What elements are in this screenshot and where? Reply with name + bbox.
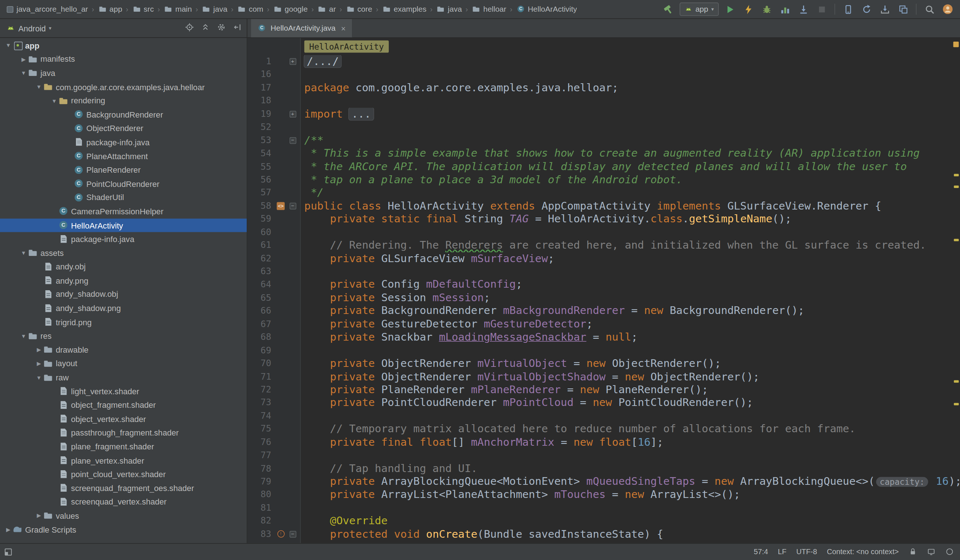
tree-item-res[interactable]: ▼res: [0, 329, 247, 343]
sdk-manager-icon[interactable]: [877, 2, 892, 16]
file-encoding[interactable]: UTF-8: [796, 547, 817, 556]
collapsed-arrow-icon[interactable]: ▶: [4, 527, 13, 533]
code-line-63[interactable]: 63: [248, 265, 960, 278]
tree-item-CameraPermissionHelper[interactable]: CameraPermissionHelper: [0, 205, 247, 218]
line-number[interactable]: 70: [248, 357, 275, 370]
tree-item-plane_vertex.shader[interactable]: plane_vertex.shader: [0, 454, 247, 468]
warning-mark[interactable]: [954, 239, 958, 242]
tree-item-andy_shadow.png[interactable]: andy_shadow.png: [0, 302, 247, 315]
line-number[interactable]: 82: [248, 514, 275, 528]
code-line-19[interactable]: 19+import ...: [248, 108, 960, 121]
line-number[interactable]: 72: [248, 383, 275, 397]
line-number[interactable]: 69: [248, 344, 275, 357]
expanded-arrow-icon[interactable]: ▼: [34, 374, 43, 381]
line-number[interactable]: 79: [248, 475, 275, 488]
tree-item-PointCloudRenderer[interactable]: PointCloudRenderer: [0, 177, 247, 191]
tree-item-object_vertex.shader[interactable]: object_vertex.shader: [0, 412, 247, 426]
code-line-68[interactable]: 68 private Snackbar mLoadingMessageSnack…: [248, 331, 960, 344]
warning-mark[interactable]: [954, 380, 958, 382]
settings-gear-icon[interactable]: [217, 22, 226, 34]
line-number[interactable]: 64: [248, 278, 275, 291]
tree-item-plane_fragment.shader[interactable]: plane_fragment.shader: [0, 440, 247, 454]
breadcrumb-main[interactable]: main: [163, 4, 192, 14]
code-line-55[interactable]: 55 * the ARCore API. The application wil…: [248, 160, 960, 173]
expanded-arrow-icon[interactable]: ▼: [50, 98, 59, 104]
code-line-74[interactable]: 74: [248, 410, 960, 423]
lock-icon[interactable]: [909, 547, 917, 556]
code-line-82[interactable]: 82 @Override: [248, 514, 960, 528]
code-line-71[interactable]: 71 private ObjectRenderer mVirtualObject…: [248, 370, 960, 383]
line-number[interactable]: 19: [248, 108, 275, 121]
code-line-66[interactable]: 66 private BackgroundRenderer mBackgroun…: [248, 304, 960, 318]
line-number[interactable]: 17: [248, 82, 275, 94]
run-configuration-select[interactable]: app ▾: [680, 3, 719, 16]
code-line-79[interactable]: 79 private ArrayBlockingQueue<MotionEven…: [248, 475, 960, 488]
fold-marker[interactable]: −: [290, 203, 296, 209]
fold-marker[interactable]: −: [290, 531, 296, 538]
tree-item-app[interactable]: ▼app: [0, 39, 247, 53]
build-hammer-icon[interactable]: [661, 2, 676, 16]
breadcrumb-app[interactable]: app: [98, 4, 122, 14]
tree-item-andy.png[interactable]: andy.png: [0, 274, 247, 288]
line-number[interactable]: 58: [248, 199, 275, 213]
line-number[interactable]: 61: [248, 239, 275, 252]
breadcrumb-java[interactable]: java: [436, 4, 462, 14]
line-number[interactable]: 66: [248, 304, 275, 318]
inspection-indicator[interactable]: [954, 42, 959, 47]
expanded-arrow-icon[interactable]: ▼: [34, 84, 43, 90]
code-line-17[interactable]: 17package com.google.ar.core.examples.ja…: [248, 82, 960, 94]
user-avatar[interactable]: [940, 2, 955, 16]
code-line-65[interactable]: 65 private Session mSession;: [248, 291, 960, 304]
expanded-arrow-icon[interactable]: ▼: [19, 333, 28, 339]
code-line-56[interactable]: 56 * tap on a plane to place a 3d model …: [248, 173, 960, 187]
line-number[interactable]: 77: [248, 449, 275, 462]
code-line-57[interactable]: 57 */: [248, 187, 960, 200]
line-number[interactable]: 83: [248, 528, 275, 541]
tree-item-values[interactable]: ▶values: [0, 509, 247, 523]
code-line-16[interactable]: 16: [248, 68, 960, 82]
line-number[interactable]: 81: [248, 501, 275, 514]
code-line-75[interactable]: 75 // Temporary matrix allocated here to…: [248, 423, 960, 436]
tree-item-package-info.java[interactable]: package-info.java: [0, 136, 247, 149]
line-number[interactable]: 74: [248, 410, 275, 423]
attach-debugger-icon[interactable]: [796, 2, 810, 16]
collapse-all-icon[interactable]: [201, 22, 210, 34]
line-number[interactable]: 55: [248, 160, 275, 173]
tree-item-java[interactable]: ▼java: [0, 66, 247, 80]
tree-item-ShaderUtil[interactable]: ShaderUtil: [0, 191, 247, 205]
code-line-58[interactable]: 58<>−public class HelloArActivity extend…: [248, 199, 960, 213]
line-number[interactable]: 54: [248, 147, 275, 160]
tree-item-andy_shadow.obj[interactable]: andy_shadow.obj: [0, 288, 247, 302]
tree-item-object_fragment.shader[interactable]: object_fragment.shader: [0, 398, 247, 412]
debug-icon[interactable]: [759, 2, 774, 16]
code-line-83[interactable]: 83↑− protected void onCreate(Bundle save…: [248, 528, 960, 541]
line-number[interactable]: 71: [248, 370, 275, 383]
class-gutter-icon[interactable]: <>: [277, 202, 285, 210]
breadcrumb-java[interactable]: java: [202, 4, 227, 14]
tab-close-icon[interactable]: ×: [341, 24, 346, 33]
tree-item-ObjectRenderer[interactable]: ObjectRenderer: [0, 122, 247, 136]
collapsed-arrow-icon[interactable]: ▶: [34, 361, 43, 367]
tree-item-PlaneRenderer[interactable]: PlaneRenderer: [0, 163, 247, 177]
code-line-53[interactable]: 53−/**: [248, 134, 960, 147]
code-line-76[interactable]: 76 private final float[] mAnchorMatrix =…: [248, 436, 960, 449]
tree-item-drawable[interactable]: ▶drawable: [0, 343, 247, 357]
tree-item-trigrid.png[interactable]: trigrid.png: [0, 315, 247, 329]
project-view-selector[interactable]: Android ▾: [6, 24, 51, 33]
tree-item-assets[interactable]: ▼assets: [0, 246, 247, 260]
warning-mark[interactable]: [954, 403, 958, 406]
code-line-70[interactable]: 70 private ObjectRenderer mVirtualObject…: [248, 357, 960, 370]
code-line-67[interactable]: 67 private GestureDetector mGestureDetec…: [248, 318, 960, 331]
breadcrumb-examples[interactable]: examples: [382, 4, 427, 14]
fold-marker[interactable]: +: [290, 111, 296, 118]
error-stripe[interactable]: [952, 38, 960, 543]
breadcrumb-ar[interactable]: ar: [318, 4, 336, 14]
collapsed-arrow-icon[interactable]: ▶: [19, 56, 28, 62]
breadcrumb-helloar[interactable]: helloar: [472, 4, 506, 14]
line-number[interactable]: 60: [248, 226, 275, 239]
locate-file-icon[interactable]: [185, 22, 194, 34]
sync-gradle-icon[interactable]: [859, 2, 874, 16]
tree-item-passthrough_fragment.shader[interactable]: passthrough_fragment.shader: [0, 426, 247, 440]
toolwindow-toggle-icon[interactable]: [4, 547, 13, 556]
breadcrumb-core[interactable]: core: [346, 4, 372, 14]
